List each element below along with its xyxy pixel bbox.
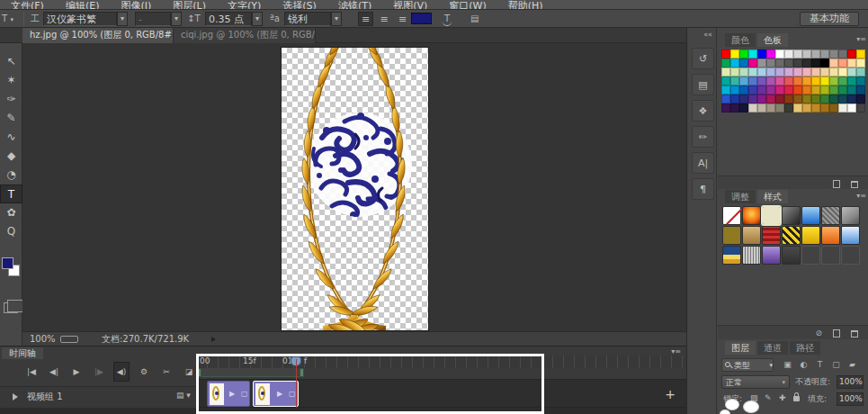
color-swatch[interactable] bbox=[820, 68, 829, 76]
color-swatch[interactable] bbox=[739, 86, 748, 94]
menu-item[interactable]: 图像(I) bbox=[110, 0, 162, 10]
color-swatch[interactable] bbox=[847, 76, 856, 86]
brush-tool[interactable]: ✎ bbox=[0, 109, 22, 128]
color-swatch[interactable] bbox=[766, 94, 775, 104]
color-swatch[interactable] bbox=[766, 86, 775, 94]
color-swatch[interactable] bbox=[802, 94, 811, 104]
filter-pixel-layers-icon[interactable]: ▣ bbox=[781, 358, 794, 372]
color-swatch[interactable] bbox=[811, 76, 820, 86]
align-left-button[interactable]: ≡ bbox=[358, 12, 373, 26]
lock-pixels-icon[interactable]: ✎ bbox=[765, 393, 772, 402]
color-swatch[interactable] bbox=[802, 104, 811, 112]
foreground-color-swatch[interactable] bbox=[2, 257, 13, 269]
mute-audio-button[interactable]: ◀) bbox=[113, 362, 130, 382]
layer-filter-select[interactable]: 类型 ▾ bbox=[721, 358, 774, 372]
color-swatch[interactable] bbox=[856, 104, 865, 112]
color-swatch[interactable] bbox=[784, 58, 793, 68]
style-preset[interactable] bbox=[742, 206, 761, 225]
clone-stamp-tool[interactable]: ∿ bbox=[0, 128, 22, 147]
filter-adjustment-layers-icon[interactable]: ◐ bbox=[797, 358, 810, 372]
color-swatch[interactable] bbox=[757, 76, 766, 86]
previous-frame-button[interactable]: ◀| bbox=[46, 363, 62, 381]
color-swatch[interactable] bbox=[856, 68, 865, 76]
magic-wand-tool[interactable]: ✶ bbox=[0, 71, 22, 90]
color-swatch[interactable] bbox=[838, 58, 847, 68]
move-tool[interactable]: ↖ bbox=[0, 52, 22, 71]
color-swatch[interactable] bbox=[757, 68, 766, 76]
color-swatch[interactable] bbox=[775, 68, 784, 76]
color-swatch[interactable] bbox=[721, 76, 730, 86]
font-style-select[interactable]: - bbox=[135, 12, 171, 26]
color-swatch[interactable] bbox=[793, 68, 802, 76]
style-preset[interactable] bbox=[841, 226, 860, 245]
color-swatch[interactable] bbox=[730, 104, 739, 112]
color-swatch[interactable] bbox=[802, 50, 811, 58]
screen-mode-icon[interactable] bbox=[4, 302, 18, 313]
color-swatch[interactable] bbox=[766, 50, 775, 58]
zoom-tool[interactable]: Q bbox=[0, 222, 22, 241]
color-swatch[interactable] bbox=[748, 76, 757, 86]
color-swatch[interactable] bbox=[847, 86, 856, 94]
canvas-area[interactable] bbox=[22, 43, 686, 331]
color-swatch[interactable] bbox=[838, 68, 847, 76]
color-swatch[interactable] bbox=[721, 86, 730, 94]
menu-item[interactable]: 滤镜(T) bbox=[327, 0, 382, 10]
style-preset[interactable] bbox=[762, 206, 781, 225]
color-swatch[interactable] bbox=[739, 58, 748, 68]
split-clip-button[interactable]: ✂ bbox=[158, 363, 174, 381]
video-clip-1[interactable]: ▶ ▢ bbox=[207, 381, 250, 407]
video-track[interactable]: ▶ ▢ ▶ ▢ bbox=[196, 379, 686, 408]
color-swatch[interactable] bbox=[766, 68, 775, 76]
styles-panel-menu-icon[interactable]: ▾≡ bbox=[856, 192, 866, 200]
color-swatch[interactable] bbox=[838, 76, 847, 86]
color-swatch[interactable] bbox=[739, 50, 748, 58]
color-swatch[interactable] bbox=[802, 86, 811, 94]
color-swatch[interactable] bbox=[757, 86, 766, 94]
color-swatch[interactable] bbox=[784, 68, 793, 76]
paragraph-panel-icon[interactable]: ¶ bbox=[692, 178, 714, 200]
work-area-start-handle[interactable] bbox=[197, 368, 201, 377]
filter-smart-objects-icon[interactable]: ▰ bbox=[846, 358, 859, 372]
blend-mode-select[interactable]: 正常 ▾ bbox=[721, 375, 790, 389]
color-swatch[interactable] bbox=[730, 76, 739, 86]
color-swatch[interactable] bbox=[811, 50, 820, 58]
color-swatch[interactable] bbox=[739, 68, 748, 76]
color-swatch[interactable] bbox=[829, 76, 838, 86]
type-tool[interactable]: T bbox=[0, 184, 22, 203]
menu-item[interactable]: 视图(V) bbox=[382, 0, 438, 10]
color-swatch[interactable] bbox=[757, 104, 766, 112]
color-swatch[interactable] bbox=[775, 94, 784, 104]
color-swatch[interactable] bbox=[811, 94, 820, 104]
color-swatch[interactable] bbox=[793, 94, 802, 104]
color-swatch[interactable] bbox=[784, 50, 793, 58]
new-style-icon[interactable] bbox=[833, 329, 840, 338]
font-size-input[interactable]: 0.35 点 bbox=[205, 12, 252, 26]
fill-value[interactable]: 100% bbox=[837, 392, 864, 406]
color-swatch[interactable] bbox=[838, 86, 847, 94]
play-button[interactable]: ▶ bbox=[68, 363, 85, 381]
color-swatch[interactable] bbox=[820, 58, 829, 68]
tab-adjustments[interactable]: 调整 bbox=[725, 190, 756, 203]
color-swatch[interactable] bbox=[847, 94, 856, 104]
filter-shape-layers-icon[interactable]: ▢ bbox=[829, 358, 843, 372]
document-tab-hz[interactable]: hz.jpg @ 100% (图层 0, RGB/8#) * × bbox=[22, 28, 174, 43]
character-panel-icon[interactable]: A| bbox=[692, 152, 714, 174]
align-right-button[interactable]: ≡ bbox=[395, 13, 410, 27]
actions-panel-icon[interactable]: ❖ bbox=[692, 100, 714, 122]
font-family-arrow[interactable]: ▾ bbox=[117, 12, 128, 26]
style-preset[interactable] bbox=[782, 226, 801, 245]
color-swatch[interactable] bbox=[811, 104, 820, 112]
color-swatch[interactable] bbox=[784, 76, 793, 86]
color-swatch[interactable] bbox=[748, 94, 757, 104]
tool-preset-picker[interactable]: T ▾ bbox=[2, 12, 13, 26]
text-color-swatch[interactable] bbox=[411, 13, 432, 24]
next-frame-button[interactable]: |▶ bbox=[91, 363, 107, 381]
color-swatch[interactable] bbox=[748, 86, 757, 94]
tab-layers[interactable]: 图层 bbox=[725, 341, 756, 355]
style-preset[interactable] bbox=[722, 246, 741, 265]
color-swatch[interactable] bbox=[793, 86, 802, 94]
style-preset[interactable] bbox=[821, 226, 840, 245]
style-preset[interactable] bbox=[722, 226, 741, 245]
color-swatch[interactable] bbox=[766, 58, 775, 68]
menu-item[interactable]: 帮助(H) bbox=[497, 0, 554, 10]
